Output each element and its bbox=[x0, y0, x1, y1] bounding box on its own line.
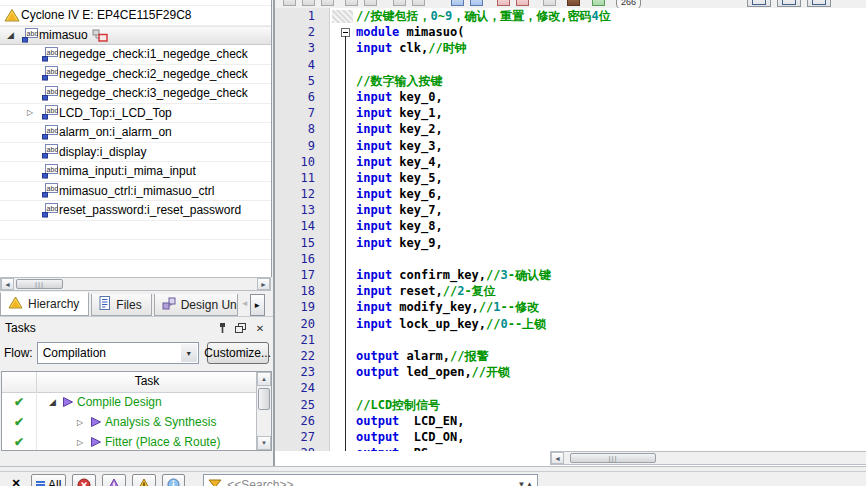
messages-all-button[interactable]: All bbox=[31, 474, 66, 486]
toolbar-button[interactable] bbox=[543, 0, 556, 6]
collapse-arrow-icon[interactable]: ▷ bbox=[27, 108, 42, 117]
critical-warnings-filter-button[interactable] bbox=[102, 474, 126, 486]
code-line-15[interactable]: input key_9, bbox=[275, 235, 866, 251]
customize-button[interactable]: Customize... bbox=[207, 342, 269, 364]
tree-item-reset-password-i-reset-password[interactable]: abdreset_password:i_reset_password bbox=[0, 201, 271, 221]
hierarchy-tree[interactable]: Cyclone IV E: EP4CE115F29C8◢abdmimasuoab… bbox=[0, 0, 272, 277]
scrollbar-thumb[interactable] bbox=[258, 388, 270, 410]
scroll-left-icon[interactable]: ◄ bbox=[551, 452, 564, 464]
toolbar-button[interactable] bbox=[451, 0, 464, 6]
scroll-left-icon[interactable]: ◄ bbox=[1, 278, 14, 290]
code-lines[interactable]: //按键包括，0~9，确认，重置，修改,密码4位module mimasuo(i… bbox=[275, 8, 866, 451]
code-line-26[interactable]: output LCD_EN, bbox=[275, 413, 866, 429]
scroll-right-icon[interactable]: ► bbox=[257, 278, 270, 290]
task-row-analysis-synthesis[interactable]: ✔▷Analysis & Synthesis bbox=[2, 412, 257, 432]
toolbar-button[interactable] bbox=[412, 0, 425, 6]
warnings-filter-button[interactable] bbox=[132, 474, 156, 486]
tree-item-display-i-display[interactable]: abddisplay:i_display bbox=[0, 143, 271, 163]
tree-item-negedge-check-i1-negedge-check[interactable]: abdnegedge_check:i1_negedge_check bbox=[0, 45, 271, 65]
editor-horizontal-scrollbar[interactable]: ◄ ||| bbox=[550, 451, 866, 465]
code-line-1[interactable]: //按键包括，0~9，确认，重置，修改,密码4位 bbox=[275, 8, 866, 24]
code-line-19[interactable]: input modify_key,//1--修改 bbox=[275, 299, 866, 315]
tab-hierarchy[interactable]: Hierarchy bbox=[0, 292, 89, 316]
toolbar-button[interactable] bbox=[516, 0, 529, 6]
code-line-4[interactable] bbox=[275, 57, 866, 73]
toolbar-button[interactable] bbox=[567, 0, 580, 6]
messages-search-input[interactable]: <<Search>> ▼▲ bbox=[203, 474, 538, 486]
code-line-16[interactable] bbox=[275, 251, 866, 267]
code-line-2[interactable]: module mimasuo( bbox=[275, 24, 866, 40]
expand-arrow-icon[interactable]: ◢ bbox=[49, 397, 62, 407]
toolbar-button[interactable] bbox=[364, 0, 377, 6]
scrollbar-thumb[interactable]: ||| bbox=[570, 453, 656, 463]
toolbar-button[interactable] bbox=[283, 0, 296, 6]
toolbar-button[interactable] bbox=[470, 0, 483, 6]
code-line-24[interactable] bbox=[275, 380, 866, 396]
tree-item-mimasuo-ctrl-i-mimasuo-ctrl[interactable]: abdmimasuo_ctrl:i_mimasuo_ctrl bbox=[0, 182, 271, 202]
scrollbar-thumb[interactable]: ||| bbox=[16, 279, 63, 289]
toolbar-button[interactable] bbox=[497, 0, 510, 6]
collapse-arrow-icon[interactable]: ▷ bbox=[77, 438, 90, 447]
code-line-9[interactable]: input key_3, bbox=[275, 138, 866, 154]
code-line-25[interactable]: //LCD控制信号 bbox=[275, 397, 866, 413]
tree-item-lcd-top-i-lcd-top[interactable]: ▷abdLCD_Top:i_LCD_Top bbox=[0, 104, 271, 124]
task-table-header[interactable]: Task bbox=[2, 372, 257, 393]
code-line-27[interactable]: output LCD_ON, bbox=[275, 429, 866, 445]
code-line-6[interactable]: input key_0, bbox=[275, 89, 866, 105]
code-line-21[interactable] bbox=[275, 332, 866, 348]
window-button[interactable] bbox=[807, 0, 831, 7]
pin-icon[interactable] bbox=[215, 321, 229, 335]
info-filter-button[interactable] bbox=[162, 474, 185, 486]
code-line-8[interactable]: input key_2, bbox=[275, 121, 866, 137]
scroll-down-icon[interactable]: ▼ bbox=[257, 436, 271, 450]
toolbar-button[interactable] bbox=[302, 0, 315, 6]
flow-select[interactable]: Compilation ▼ bbox=[37, 342, 199, 364]
code-line-3[interactable]: input clk,//时钟 bbox=[275, 40, 866, 56]
collapse-arrow-icon[interactable]: ▷ bbox=[77, 418, 90, 427]
window-button[interactable] bbox=[777, 0, 801, 7]
device-warning-icon bbox=[4, 8, 21, 22]
errors-filter-button[interactable] bbox=[72, 474, 96, 486]
code-line-14[interactable]: input key_8, bbox=[275, 218, 866, 234]
tree-item-cyclone-iv-e-ep4ce115f29c8[interactable]: Cyclone IV E: EP4CE115F29C8 bbox=[0, 6, 271, 26]
tree-item-negedge-check-i3-negedge-check[interactable]: abdnegedge_check:i3_negedge_check bbox=[0, 84, 271, 104]
code-editor[interactable]: 1234567891011121314151617181920212223242… bbox=[275, 8, 866, 451]
code-line-20[interactable]: input lock_up_key,//0--上锁 bbox=[275, 316, 866, 332]
chevron-down-icon[interactable]: ▼▲ bbox=[518, 480, 534, 486]
tree-item-alarm-on-i-alarm-on[interactable]: abdalarm_on:i_alarm_on bbox=[0, 123, 271, 143]
code-line-17[interactable]: input confirm_key,//3-确认键 bbox=[275, 267, 866, 283]
code-line-13[interactable]: input key_7, bbox=[275, 202, 866, 218]
tab-files[interactable]: Files bbox=[91, 294, 151, 316]
navigator-horizontal-scrollbar[interactable]: ◄ ||| ► bbox=[0, 277, 271, 291]
tab-scroll-right-button[interactable]: ► bbox=[250, 294, 265, 316]
code-line-22[interactable]: output alarm,//报警 bbox=[275, 348, 866, 364]
close-icon[interactable]: ✕ bbox=[253, 321, 267, 335]
tree-item-negedge-check-i2-negedge-check[interactable]: abdnegedge_check:i2_negedge_check bbox=[0, 65, 271, 85]
code-keyword: input bbox=[356, 187, 392, 201]
code-line-5[interactable]: //数字输入按键 bbox=[275, 73, 866, 89]
toolbar-button[interactable] bbox=[345, 0, 358, 6]
toolbar-button[interactable] bbox=[321, 0, 334, 6]
chevron-down-icon[interactable]: ▼ bbox=[181, 344, 197, 362]
code-line-10[interactable]: input key_4, bbox=[275, 154, 866, 170]
toolbar-button[interactable] bbox=[592, 0, 605, 6]
code-line-23[interactable]: output led_open,//开锁 bbox=[275, 364, 866, 380]
task-row-fitter-place-route[interactable]: ✔▷Fitter (Place & Route) bbox=[2, 432, 257, 451]
tab-scroll-left-icon[interactable]: ◄ bbox=[240, 299, 250, 308]
tab-design-units[interactable]: Design Units bbox=[154, 294, 238, 316]
code-line-7[interactable]: input key_1, bbox=[275, 105, 866, 121]
scroll-up-icon[interactable]: ▲ bbox=[257, 372, 271, 386]
task-row-compile-design[interactable]: ✔◢Compile Design bbox=[2, 392, 257, 412]
code-line-18[interactable]: input reset,//2-复位 bbox=[275, 283, 866, 299]
close-icon[interactable]: ✕ bbox=[8, 474, 24, 486]
tree-item-label: mimasuo bbox=[39, 28, 88, 42]
toolbar-button[interactable] bbox=[393, 0, 406, 6]
tree-item-mimasuo[interactable]: ◢abdmimasuo bbox=[0, 26, 271, 46]
tree-item-mima-input-i-mima-input[interactable]: abdmima_input:i_mima_input bbox=[0, 162, 271, 182]
float-window-icon[interactable] bbox=[234, 321, 248, 335]
window-button[interactable] bbox=[747, 0, 771, 7]
task-vertical-scrollbar[interactable]: ▲ ▼ bbox=[256, 372, 271, 450]
code-line-11[interactable]: input key_5, bbox=[275, 170, 866, 186]
code-line-12[interactable]: input key_6, bbox=[275, 186, 866, 202]
expand-arrow-icon[interactable]: ◢ bbox=[7, 30, 22, 40]
